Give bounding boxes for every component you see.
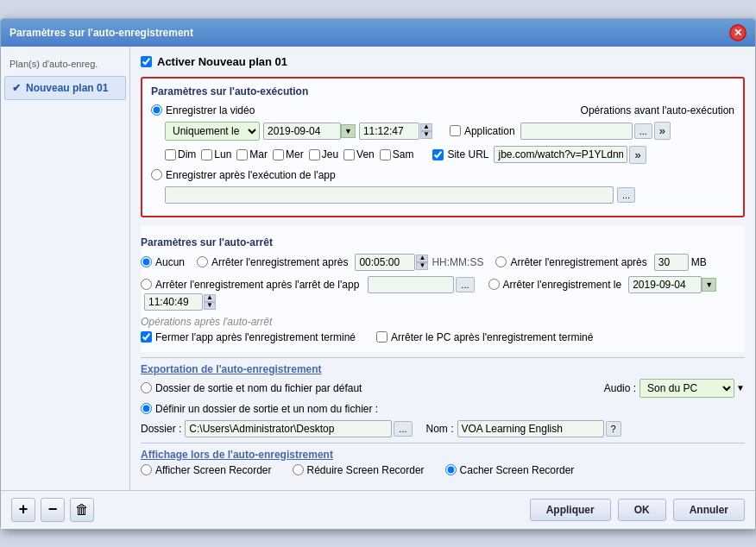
stop-date-dropdown[interactable]: ▼ — [702, 278, 716, 292]
show-radio[interactable] — [141, 464, 152, 475]
app-checkbox[interactable] — [450, 125, 461, 136]
hide-radio-label[interactable]: Cacher Screen Recorder — [445, 464, 575, 476]
stop-after-input[interactable] — [355, 254, 415, 271]
folder-label: Dossier : — [141, 423, 181, 435]
stop-time-input[interactable] — [144, 293, 203, 311]
stop-after-radio-label[interactable]: Arrêter l'enregistrement après — [197, 256, 348, 268]
stop-date-radio-label[interactable]: Arrêter l'enregistrement le — [488, 279, 622, 291]
app-input[interactable] — [520, 123, 633, 140]
export-options-row: Dossier de sortie et nom du fichier par … — [141, 379, 745, 398]
add-btn[interactable]: + — [11, 498, 35, 522]
stop-after-radio[interactable] — [197, 256, 208, 267]
close-app-text: Fermer l'app après l'enregistrement term… — [155, 331, 356, 343]
stop-pc-label[interactable]: Arrêter le PC après l'enregistrement ter… — [376, 331, 593, 343]
remove-btn[interactable]: − — [41, 498, 65, 522]
stop-pc-checkbox[interactable] — [376, 331, 387, 343]
mer-checkbox[interactable] — [273, 149, 284, 160]
stop-mb-input[interactable] — [654, 254, 689, 271]
stop-mb-radio[interactable] — [495, 256, 507, 267]
after-exec-dots-btn[interactable]: ... — [617, 187, 635, 203]
jeu-checkbox[interactable] — [309, 149, 320, 160]
hide-radio[interactable] — [445, 464, 457, 475]
record-video-radio[interactable] — [151, 104, 162, 116]
name-help-btn[interactable]: ? — [606, 421, 621, 437]
day-dim: Dim — [165, 148, 196, 160]
day-sam: Sam — [380, 148, 414, 160]
schedule-time-input[interactable] — [359, 123, 419, 140]
close-app-checkbox[interactable] — [141, 331, 152, 343]
custom-folder-radio[interactable] — [141, 403, 152, 414]
stop-app-dots-btn[interactable]: ... — [456, 277, 474, 292]
day-mar: Mar — [236, 148, 268, 160]
audio-dropdown-icon: ▼ — [736, 383, 745, 393]
stop-mb-radio-label[interactable]: Arrêter l'enregistrement après — [495, 256, 646, 268]
close-app-label[interactable]: Fermer l'app après l'enregistrement term… — [141, 331, 356, 343]
export-section: Exportation de l'auto-enregistrement Dos… — [141, 363, 745, 437]
sidebar-item-nouveau-plan[interactable]: ✔ Nouveau plan 01 — [4, 76, 126, 100]
stop-after-spinner: ▲ ▼ — [355, 254, 428, 271]
days-row: Dim Lun Mar Mer — [165, 146, 734, 164]
stop-app-radio-label[interactable]: Arrêter l'enregistrement après l'arrêt d… — [141, 279, 359, 291]
stop-date-radio[interactable] — [488, 279, 500, 290]
app-dots-btn[interactable]: ... — [634, 123, 652, 139]
after-exec-radio-label[interactable]: Enregistrer après l'exécution de l'app — [151, 169, 336, 181]
action-bar: + − 🗑 Appliquer OK Annuler — [1, 490, 755, 529]
custom-folder-radio-label[interactable]: Définir un dossier de sortie et un nom d… — [141, 403, 378, 415]
display-options-row: Afficher Screen Recorder Réduire Screen … — [141, 464, 745, 476]
lun-checkbox[interactable] — [201, 149, 212, 160]
app-arrow-btn[interactable]: » — [654, 122, 671, 140]
stop-app-input[interactable] — [368, 276, 454, 293]
stop-app-radio[interactable] — [141, 279, 152, 290]
ops-label-col: Opérations avant l'auto-exécution — [581, 104, 734, 116]
stop-app-row: Arrêter l'enregistrement après l'arrêt d… — [141, 276, 745, 311]
default-folder-text: Dossier de sortie et nom du fichier par … — [155, 382, 362, 394]
after-exec-radio[interactable] — [151, 169, 162, 180]
stop-app-text: Arrêter l'enregistrement après l'arrêt d… — [155, 279, 359, 291]
after-exec-input[interactable] — [165, 186, 614, 204]
display-section: Affichage lors de l'auto-enregistrement … — [141, 449, 745, 476]
close-button[interactable]: ✕ — [729, 24, 747, 41]
default-folder-radio[interactable] — [141, 382, 152, 393]
stop-after-unit: HH:MM:SS — [432, 256, 483, 268]
schedule-select[interactable]: Uniquement le Tous les jours Chaque sema… — [165, 122, 260, 141]
auto-exec-section: Paramètres sur l'auto-exécution Enregist… — [141, 77, 745, 217]
site-url-input[interactable] — [494, 146, 627, 163]
date-dropdown-icon[interactable]: ▼ — [341, 124, 356, 138]
site-url-arrow-btn[interactable]: » — [629, 146, 646, 164]
site-url-checkbox[interactable] — [432, 149, 444, 160]
title-bar: Paramètres sur l'auto-enregistrement ✕ — [1, 19, 755, 47]
default-folder-radio-label[interactable]: Dossier de sortie et nom du fichier par … — [141, 382, 362, 394]
name-input[interactable] — [457, 420, 604, 437]
ven-checkbox[interactable] — [343, 149, 355, 160]
stop-date-input[interactable] — [628, 276, 702, 293]
stop-after-down-btn[interactable]: ▼ — [416, 262, 428, 270]
stop-options-row: Aucun Arrêter l'enregistrement après ▲ ▼… — [141, 254, 745, 271]
audio-select[interactable]: Son du PC Microphone Les deux Aucun — [639, 379, 734, 398]
time-down-btn[interactable]: ▼ — [420, 131, 432, 139]
delete-btn[interactable]: 🗑 — [70, 498, 94, 522]
schedule-date-input[interactable] — [263, 123, 341, 140]
folder-path-row: Dossier : ... Nom : ? — [141, 420, 745, 437]
icon-btns-group: + − 🗑 — [11, 498, 94, 522]
sam-checkbox[interactable] — [380, 149, 391, 160]
record-video-radio-label[interactable]: Enregistrer la vidéo — [151, 104, 255, 116]
none-radio-label[interactable]: Aucun — [141, 256, 185, 268]
audio-row: Audio : Son du PC Microphone Les deux Au… — [604, 379, 745, 398]
dim-checkbox[interactable] — [165, 149, 176, 160]
reduce-radio[interactable] — [293, 464, 304, 475]
apply-btn[interactable]: Appliquer — [530, 499, 611, 521]
plan-enable-checkbox[interactable] — [141, 56, 152, 67]
ops-after-row: Fermer l'app après l'enregistrement term… — [141, 331, 745, 343]
site-url-row: Site URL » — [432, 146, 646, 164]
cancel-btn[interactable]: Annuler — [673, 499, 745, 521]
folder-input[interactable] — [185, 420, 392, 437]
none-radio[interactable] — [141, 256, 152, 267]
hide-text: Cacher Screen Recorder — [460, 464, 575, 476]
folder-dots-btn[interactable]: ... — [394, 421, 412, 437]
stop-time-down-btn[interactable]: ▼ — [204, 302, 216, 310]
mar-checkbox[interactable] — [236, 149, 248, 160]
reduce-radio-label[interactable]: Réduire Screen Recorder — [293, 464, 425, 476]
sam-label: Sam — [393, 148, 414, 160]
ok-btn[interactable]: OK — [618, 499, 666, 521]
show-radio-label[interactable]: Afficher Screen Recorder — [141, 464, 272, 476]
